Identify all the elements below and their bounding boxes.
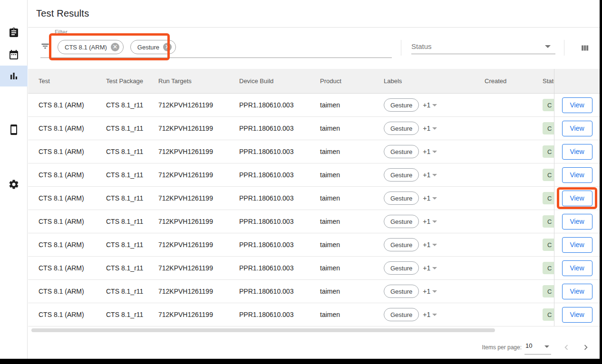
view-button[interactable]: View [562, 237, 592, 253]
status-dropdown-placeholder: Status [411, 42, 432, 50]
view-button[interactable]: View [562, 284, 592, 299]
cell-labels: Gesture +1 [384, 168, 485, 182]
more-labels-count: +1 [423, 171, 430, 179]
remove-chip-icon[interactable]: ✕ [163, 43, 172, 51]
label-chip[interactable]: Gesture [384, 192, 419, 205]
sidebar-item-test-plans[interactable] [0, 44, 28, 65]
cell-test-package: CTS 8.1_r11 [106, 264, 158, 272]
view-columns-button[interactable] [577, 42, 593, 54]
sidebar-item-test-runs[interactable] [0, 22, 28, 43]
filter-input-underline[interactable] [40, 57, 392, 58]
sidebar-item-devices[interactable] [0, 119, 28, 140]
cell-test: CTS 8.1 (ARM) [39, 218, 106, 225]
more-labels-dropdown[interactable]: +1 [423, 311, 437, 318]
remove-chip-icon[interactable]: ✕ [111, 43, 119, 51]
view-button[interactable]: View [562, 167, 592, 183]
cell-labels: Gesture +1 [384, 308, 485, 321]
letterbox-bottom [0, 359, 602, 364]
cell-test: CTS 8.1 (ARM) [39, 148, 106, 155]
page-size-underline [524, 354, 551, 354]
more-labels-dropdown[interactable]: +1 [423, 194, 437, 202]
label-chip[interactable]: Gesture [384, 98, 419, 112]
next-page-button[interactable] [580, 342, 592, 353]
column-header-device-build: Device Build [239, 77, 320, 85]
cell-status: C [543, 239, 554, 251]
sidebar-item-settings[interactable] [0, 174, 28, 195]
more-labels-dropdown[interactable]: +1 [423, 264, 437, 272]
cell-device-build: PPR1.180610.003 [239, 171, 320, 179]
cell-run-targets: 712KPVH1261199 [158, 311, 239, 318]
filter-field-label: Filter [55, 29, 68, 36]
label-chip[interactable]: Gesture [384, 238, 419, 251]
label-chip[interactable]: Gesture [384, 261, 419, 275]
cell-labels: Gesture +1 [384, 192, 485, 205]
more-labels-dropdown[interactable]: +1 [423, 241, 437, 249]
results-table: Test Test Package Run Targets Device Bui… [28, 69, 600, 326]
cell-labels: Gesture +1 [384, 285, 485, 298]
cell-product: taimen [320, 125, 384, 132]
cell-run-targets: 712KPVH1261199 [158, 101, 239, 109]
view-button[interactable]: View [562, 191, 592, 206]
cell-status: C [543, 122, 554, 134]
column-header-test-package: Test Package [106, 77, 158, 85]
page-size-select[interactable]: 10 [524, 340, 551, 354]
more-labels-dropdown[interactable]: +1 [423, 218, 437, 225]
cell-test: CTS 8.1 (ARM) [39, 264, 106, 272]
cell-test: CTS 8.1 (ARM) [39, 194, 106, 202]
more-labels-dropdown[interactable]: +1 [423, 171, 437, 179]
filter-chip-label: Gesture [137, 44, 159, 51]
view-button[interactable]: View [562, 97, 592, 113]
dropdown-arrow-icon [432, 127, 437, 130]
view-button[interactable]: View [562, 260, 592, 276]
calendar-icon [8, 49, 19, 60]
view-button[interactable]: View [562, 307, 592, 323]
label-chip[interactable]: Gesture [384, 145, 419, 158]
cell-device-build: PPR1.180610.003 [239, 241, 320, 249]
cell-run-targets: 712KPVH1261199 [158, 287, 239, 295]
cell-test-package: CTS 8.1_r11 [106, 171, 158, 179]
table-scroll-region[interactable]: Test Test Package Run Targets Device Bui… [28, 69, 554, 326]
cell-status: C [543, 169, 554, 181]
more-labels-dropdown[interactable]: +1 [423, 101, 437, 109]
table-row: CTS 8.1 (ARM) CTS 8.1_r11 712KPVH1261199… [28, 163, 554, 187]
filter-chip-gesture[interactable]: Gesture ✕ [130, 40, 176, 54]
cell-product: taimen [320, 218, 384, 225]
sidebar [0, 0, 28, 359]
horizontal-scrollbar[interactable] [31, 328, 495, 332]
cell-product: taimen [320, 171, 384, 179]
cell-test-package: CTS 8.1_r11 [106, 311, 158, 318]
dropdown-arrow-icon [545, 45, 551, 48]
label-chip[interactable]: Gesture [384, 285, 419, 298]
more-labels-dropdown[interactable]: +1 [423, 125, 437, 132]
view-button[interactable]: View [562, 214, 592, 230]
items-per-page-label: Items per page: [482, 344, 522, 351]
more-labels-count: +1 [423, 241, 430, 249]
dropdown-arrow-icon [432, 314, 437, 316]
cell-test-package: CTS 8.1_r11 [106, 101, 158, 109]
label-chip[interactable]: Gesture [384, 168, 419, 182]
cell-status: C [543, 285, 554, 297]
label-chip[interactable]: Gesture [384, 308, 419, 321]
column-header-status: Status [543, 77, 554, 85]
paginator: Items per page: 10 [28, 337, 600, 357]
status-dropdown[interactable]: Status [411, 39, 555, 54]
more-labels-dropdown[interactable]: +1 [423, 287, 437, 295]
filter-chip-list: CTS 8.1 (ARM) ✕ Gesture ✕ [58, 40, 176, 54]
label-chip[interactable]: Gesture [384, 215, 419, 228]
previous-page-button[interactable] [561, 342, 572, 353]
toolbar-divider [564, 40, 564, 56]
filter-chip-cts[interactable]: CTS 8.1 (ARM) ✕ [58, 40, 124, 54]
table-row: CTS 8.1 (ARM) CTS 8.1_r11 712KPVH1261199… [28, 187, 554, 210]
cell-labels: Gesture +1 [384, 145, 485, 158]
view-button[interactable]: View [562, 121, 592, 136]
view-button[interactable]: View [562, 144, 592, 160]
filter-bar: Filter CTS 8.1 (ARM) ✕ Gesture ✕ Status [28, 28, 600, 69]
more-labels-count: +1 [423, 125, 430, 132]
sidebar-item-test-results[interactable] [0, 66, 28, 86]
label-chip[interactable]: Gesture [384, 122, 419, 135]
more-labels-dropdown[interactable]: +1 [423, 148, 437, 155]
column-header-test: Test [39, 77, 106, 85]
filter-chip-label: CTS 8.1 (ARM) [65, 44, 107, 51]
dropdown-arrow-icon [544, 345, 549, 348]
cell-run-targets: 712KPVH1261199 [158, 171, 239, 179]
